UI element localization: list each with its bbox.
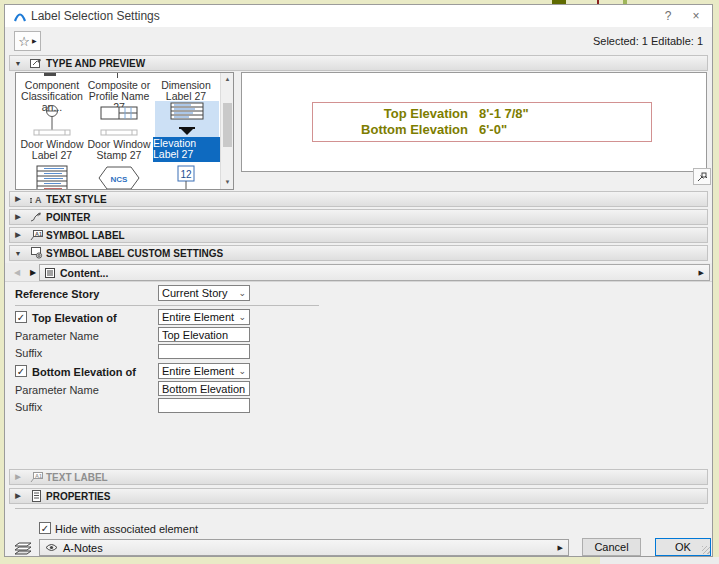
ncs-hexagon-icon[interactable]: NCS xyxy=(85,165,153,190)
tab-content-label: Content... xyxy=(60,267,108,279)
panel-title: TYPE AND PREVIEW xyxy=(46,58,145,69)
tab-content[interactable]: Content... ▶ xyxy=(39,264,710,281)
chevron-down-icon: ⌄ xyxy=(238,369,246,374)
label-type-list: Component Classification an... Composite… xyxy=(15,72,234,190)
panel-header-pointer[interactable]: ▶ POINTER xyxy=(9,209,708,225)
chevron-right-icon: ▶ xyxy=(10,473,26,481)
bottom-suffix-input[interactable] xyxy=(158,398,250,413)
panel-header-symbol-label-custom-settings[interactable]: ▼ SYMBOL LABEL CUSTOM SETTINGS xyxy=(9,245,708,261)
preview-param-value: 8'-1 7/8" xyxy=(479,106,529,122)
chevron-right-icon: ▶ xyxy=(10,231,26,239)
label-preview: Top Elevation 8'-1 7/8" Bottom Elevation… xyxy=(241,72,707,172)
archicad-logo-icon xyxy=(13,9,27,23)
bottom-suffix-label: Suffix xyxy=(15,401,42,413)
chevron-right-icon: ▶ xyxy=(10,213,26,221)
svg-text:A1: A1 xyxy=(35,473,42,479)
bottom-parameter-name-label: Parameter Name xyxy=(15,384,99,396)
svg-text:A1: A1 xyxy=(35,231,42,237)
top-parameter-name-input[interactable] xyxy=(158,327,250,342)
svg-text:NCS: NCS xyxy=(111,175,129,184)
list-icon-fragment xyxy=(117,73,118,78)
scroll-up-icon[interactable]: ▲ xyxy=(221,73,234,86)
svg-text:A: A xyxy=(35,195,42,205)
background-window-fragment xyxy=(600,557,719,564)
custom-settings-icon xyxy=(26,247,46,259)
tab-nav-left-icon[interactable]: ◀ xyxy=(10,266,24,280)
panel-title: POINTER xyxy=(46,212,90,223)
bottom-elevation-select[interactable]: Entire Element ⌄ xyxy=(158,363,250,379)
star-icon: ☆ xyxy=(18,35,30,48)
screen: Label Selection Settings ? × ☆ ▶ Selecte… xyxy=(0,0,719,564)
panel-header-properties[interactable]: ▶ PROPERTIES xyxy=(9,488,708,504)
pickup-parameters-icon xyxy=(696,171,708,183)
pickup-parameters-button[interactable] xyxy=(693,168,711,185)
chevron-down-icon: ▼ xyxy=(10,250,26,257)
eye-icon xyxy=(45,543,58,552)
layers-icon xyxy=(13,542,35,556)
list-item-dimension-label[interactable]: Dimension Label 27 xyxy=(152,80,220,102)
elevation-label-icon[interactable] xyxy=(155,101,219,137)
panel-header-text-style[interactable]: ▶ A TEXT STYLE xyxy=(9,191,708,207)
favorites-button[interactable]: ☆ ▶ xyxy=(14,31,41,51)
list-icon xyxy=(45,268,55,278)
divider xyxy=(15,305,319,306)
preview-label-box: Top Elevation 8'-1 7/8" Bottom Elevation… xyxy=(312,102,652,142)
cancel-button[interactable]: Cancel xyxy=(582,538,641,556)
panel-title: SYMBOL LABEL xyxy=(46,230,125,241)
door-window-stamp-icon[interactable] xyxy=(85,104,153,137)
bottom-elevation-label: Bottom Elevation of xyxy=(32,366,136,378)
scroll-down-icon[interactable]: ▼ xyxy=(221,176,234,189)
door-window-label-icon[interactable] xyxy=(18,104,86,137)
divider xyxy=(15,508,704,509)
list-item-door-window-stamp[interactable]: Door Window Stamp 27 xyxy=(85,139,153,161)
flyout-arrow-icon: ▶ xyxy=(558,544,563,552)
panel-header-text-label[interactable]: ▶ A1 TEXT LABEL xyxy=(9,469,708,485)
resize-grip[interactable] xyxy=(702,546,710,554)
selection-status: Selected: 1 Editable: 1 xyxy=(593,35,703,47)
preview-param-name: Top Elevation xyxy=(313,106,468,122)
story-marker-icon[interactable]: 12 xyxy=(152,165,220,190)
panel-title: PROPERTIES xyxy=(46,491,110,502)
list-item-door-window-label[interactable]: Door Window Label 27 xyxy=(18,139,86,161)
hide-with-associated-element-checkbox[interactable]: ✓ xyxy=(39,522,51,534)
properties-icon xyxy=(26,490,46,502)
chevron-down-icon: ⌄ xyxy=(238,315,246,320)
tab-nav-right-icon[interactable]: ▶ xyxy=(26,266,40,280)
chevron-down-icon: ▼ xyxy=(10,60,26,67)
layer-name: A-Notes xyxy=(63,542,103,554)
preview-param-name: Bottom Elevation xyxy=(313,122,468,138)
layer-selector[interactable]: A-Notes ▶ xyxy=(39,539,569,556)
reference-story-select[interactable]: Current Story ⌄ xyxy=(158,285,250,301)
scrollbar-thumb[interactable] xyxy=(223,103,232,147)
type-preview-icon xyxy=(26,58,46,69)
list-scrollbar[interactable]: ▲ ▼ xyxy=(220,73,233,189)
interior-elevation-label-icon[interactable] xyxy=(18,165,86,190)
title-bar: Label Selection Settings ? × xyxy=(5,5,712,27)
panel-header-symbol-label[interactable]: ▶ A1 SYMBOL LABEL xyxy=(9,227,708,243)
help-button[interactable]: ? xyxy=(654,5,682,27)
svg-text:12: 12 xyxy=(180,169,192,180)
chevron-down-icon: ⌄ xyxy=(238,291,246,296)
window-title: Label Selection Settings xyxy=(31,9,160,23)
top-parameter-name-label: Parameter Name xyxy=(15,330,99,342)
flyout-arrow-icon: ▶ xyxy=(32,38,37,44)
chevron-right-icon: ▶ xyxy=(10,492,26,500)
text-label-icon: A1 xyxy=(26,472,46,483)
bottom-elevation-checkbox[interactable]: ✓ xyxy=(15,365,27,377)
panel-header-type-and-preview[interactable]: ▼ TYPE AND PREVIEW xyxy=(9,55,708,71)
list-item-elevation-label-selected[interactable]: Elevation Label 27 xyxy=(153,137,220,162)
top-elevation-checkbox[interactable]: ✓ xyxy=(15,311,27,323)
top-elevation-select[interactable]: Entire Element ⌄ xyxy=(158,309,250,325)
text-style-icon: A xyxy=(26,194,46,205)
flyout-arrow-icon: ▶ xyxy=(699,269,704,277)
top-suffix-input[interactable] xyxy=(158,344,250,359)
top-suffix-label: Suffix xyxy=(15,347,42,359)
panel-title: SYMBOL LABEL CUSTOM SETTINGS xyxy=(46,248,223,259)
panel-title: TEXT STYLE xyxy=(46,194,107,205)
panel-title: TEXT LABEL xyxy=(46,472,108,483)
custom-settings-tab-strip: ◀ ▶ Content... ▶ xyxy=(5,263,712,282)
bottom-parameter-name-input[interactable] xyxy=(158,381,250,396)
preview-param-value: 6'-0" xyxy=(479,122,507,138)
close-button[interactable]: × xyxy=(682,5,710,27)
hide-with-associated-element-label: Hide with associated element xyxy=(55,523,198,535)
